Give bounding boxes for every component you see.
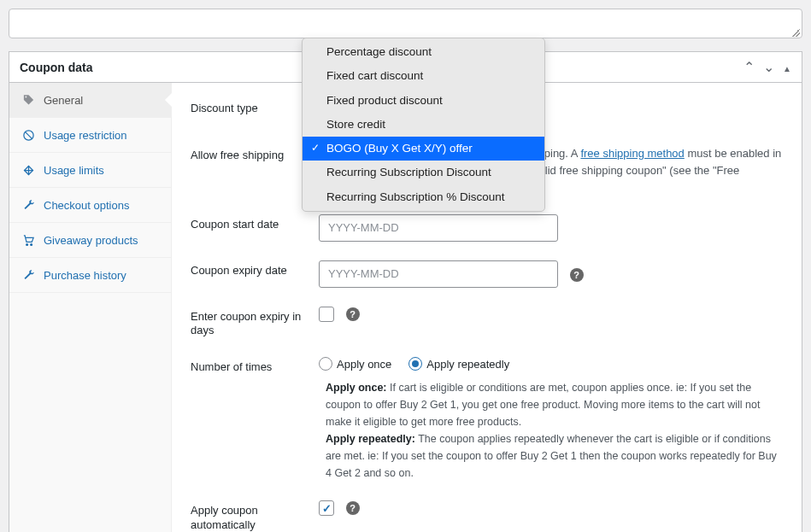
- start-date-input[interactable]: [319, 214, 558, 242]
- radio-apply-once[interactable]: Apply once: [319, 357, 391, 371]
- arrows-icon: [21, 163, 35, 177]
- radio-apply-repeatedly[interactable]: Apply repeatedly: [408, 357, 509, 371]
- panel-body: General Usage restriction Usage limits C…: [9, 83, 802, 532]
- dropdown-option-percentage-discount[interactable]: Percentage discount: [303, 40, 544, 64]
- sidebar-item-usage-restriction[interactable]: Usage restriction: [9, 118, 171, 153]
- panel-header-controls: [743, 59, 791, 75]
- sidebar-item-giveaway-products[interactable]: Giveaway products: [9, 223, 171, 258]
- label-discount-type: Discount type: [191, 98, 319, 116]
- sidebar-item-label: Purchase history: [44, 269, 126, 282]
- dropdown-option-bogo[interactable]: BOGO (Buy X Get X/Y) offer: [303, 137, 544, 161]
- resize-handle-icon: [791, 28, 800, 37]
- textarea-above[interactable]: [9, 9, 802, 38]
- move-down-icon[interactable]: [763, 59, 774, 75]
- sidebar-item-purchase-history[interactable]: Purchase history: [9, 258, 171, 293]
- label-free-shipping: Allow free shipping: [191, 145, 319, 163]
- help-icon[interactable]: ?: [346, 501, 360, 515]
- dropdown-option-recurring-subscription-discount[interactable]: Recurring Subscription Discount: [303, 161, 544, 184]
- sidebar-item-label: General: [44, 94, 83, 107]
- sidebar-item-general[interactable]: General: [9, 83, 171, 118]
- sidebar-item-label: Giveaway products: [44, 234, 138, 247]
- wrench-icon: [21, 198, 35, 212]
- apply-mode-radio-group: Apply once Apply repeatedly: [319, 357, 783, 371]
- svg-point-3: [30, 243, 32, 245]
- sidebar-item-checkout-options[interactable]: Checkout options: [9, 188, 171, 223]
- expiry-days-checkbox[interactable]: [319, 307, 334, 322]
- help-icon[interactable]: ?: [346, 307, 360, 321]
- svg-line-1: [25, 132, 32, 139]
- dropdown-option-fixed-cart-discount[interactable]: Fixed cart discount: [303, 64, 544, 88]
- apply-mode-description: Apply once: If cart is eligible or condi…: [319, 379, 783, 482]
- auto-apply-checkbox[interactable]: [319, 500, 334, 516]
- dropdown-option-recurring-subscription-percent-discount[interactable]: Recurring Subscription % Discount: [303, 185, 544, 209]
- panel-title: Coupon data: [20, 61, 93, 74]
- sidebar: General Usage restriction Usage limits C…: [9, 83, 172, 532]
- move-up-icon[interactable]: [743, 59, 755, 75]
- label-expiry-days: Enter coupon expiry in days: [191, 307, 319, 339]
- row-number-of-times: Number of times Apply once Apply repeate…: [191, 357, 783, 482]
- dropdown-option-store-credit[interactable]: Store credit: [303, 113, 544, 137]
- sidebar-item-label: Usage limits: [44, 164, 104, 177]
- radio-icon: [319, 357, 332, 371]
- sidebar-item-usage-limits[interactable]: Usage limits: [9, 153, 171, 188]
- label-start-date: Coupon start date: [191, 214, 319, 232]
- block-icon: [21, 128, 35, 142]
- help-icon[interactable]: ?: [570, 268, 584, 282]
- discount-type-dropdown: Percentage discount Fixed cart discount …: [302, 38, 545, 212]
- content-area: Discount type Allow free shipping Check …: [172, 83, 802, 532]
- radio-icon: [408, 357, 422, 371]
- wrench-icon: [21, 268, 35, 282]
- row-start-date: Coupon start date: [191, 214, 783, 242]
- coupon-data-panel: Coupon data General Usage restriction: [9, 51, 802, 532]
- cart-icon: [21, 233, 35, 247]
- row-expiry-days: Enter coupon expiry in days ?: [191, 307, 783, 339]
- row-auto-apply: Apply coupon automatically ?: [191, 500, 783, 532]
- label-number-of-times: Number of times: [191, 357, 319, 375]
- label-auto-apply: Apply coupon automatically: [191, 500, 319, 532]
- tag-icon: [21, 93, 35, 107]
- row-expiry-date: Coupon expiry date ?: [191, 260, 783, 288]
- dropdown-option-fixed-product-discount[interactable]: Fixed product discount: [303, 89, 544, 113]
- sidebar-item-label: Checkout options: [44, 199, 129, 212]
- svg-point-2: [26, 243, 27, 245]
- sidebar-item-label: Usage restriction: [44, 129, 127, 142]
- label-expiry-date: Coupon expiry date: [191, 260, 319, 278]
- free-shipping-method-link[interactable]: free shipping method: [580, 147, 684, 160]
- collapse-toggle-icon[interactable]: [783, 61, 791, 74]
- expiry-date-input[interactable]: [319, 260, 558, 288]
